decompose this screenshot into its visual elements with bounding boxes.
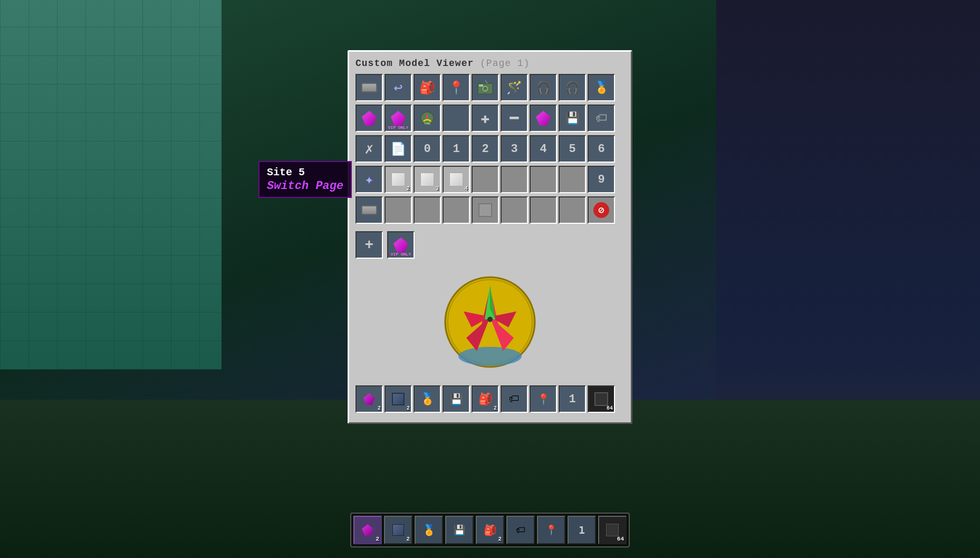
slot-ingot2[interactable]: [356, 196, 383, 224]
slot-headphones[interactable]: 🎧: [530, 74, 557, 101]
inv-grid-row4: ✦ 2 3 4 9: [356, 166, 624, 193]
slot-cancel[interactable]: ⊘: [588, 196, 615, 224]
slot-empty-r4-6[interactable]: [501, 166, 528, 193]
num6-icon: 6: [598, 143, 604, 156]
star-badge-icon: 🏅: [594, 81, 609, 95]
divider: [356, 227, 624, 231]
bg-blocks: [0, 0, 222, 370]
slot-x[interactable]: ✗: [356, 135, 383, 163]
slot-empty-r5-8[interactable]: [559, 196, 586, 224]
white-item3-icon: [420, 173, 434, 186]
slot-headphones2[interactable]: 🎧: [559, 74, 586, 101]
slot-wand[interactable]: 🪄: [501, 74, 528, 101]
slot-empty-r5-2[interactable]: [385, 196, 412, 224]
ingot-icon: [361, 83, 377, 92]
slot-backpack[interactable]: 🎒: [414, 74, 441, 101]
hotbar-slot-star[interactable]: 🏅: [415, 516, 443, 544]
headphones2-icon: 🎧: [565, 81, 580, 95]
add-section: + VIP ONLY: [356, 231, 624, 259]
page-indicator: (Page 1): [480, 58, 530, 69]
slot-gauge[interactable]: TUNE: [414, 105, 441, 132]
slot-radio[interactable]: ♪: [472, 74, 499, 101]
slot-empty-r4-5[interactable]: [472, 166, 499, 193]
num0-icon: 0: [424, 143, 430, 156]
slot-doc[interactable]: 📄: [385, 135, 412, 163]
slot-empty-r5-6[interactable]: [501, 196, 528, 224]
slot-num5[interactable]: 5: [559, 135, 586, 163]
slot-star-badge[interactable]: 🏅: [588, 74, 615, 101]
num4-icon: 4: [540, 143, 546, 156]
player-slot-backpack[interactable]: 🎒 2: [472, 385, 499, 413]
slot-arrow[interactable]: ↩: [385, 74, 412, 101]
inv-grid-row2: VIP ONLY TUNE ✚ ━ 💾 🏷: [356, 105, 624, 132]
hotbar-dark-icon: [606, 524, 619, 536]
slot-white2[interactable]: 2: [385, 166, 412, 193]
ingot2-icon: [361, 205, 377, 215]
player-slot-star[interactable]: 🏅: [414, 385, 441, 413]
hotbar-gem-count: 2: [376, 536, 379, 542]
player-slot-dark[interactable]: 64: [588, 385, 615, 413]
hotbar-slot-save[interactable]: 💾: [445, 516, 474, 544]
slot-empty-r5-7[interactable]: [530, 196, 557, 224]
hotbar-slot-blue[interactable]: 2: [384, 516, 412, 544]
hotbar-slot-backpack[interactable]: 🎒 2: [476, 516, 504, 544]
slot-gem1[interactable]: [356, 105, 383, 132]
hotbar-slot-pin[interactable]: 📍: [537, 516, 565, 544]
slot-num3[interactable]: 3: [501, 135, 528, 163]
backpack-icon: 🎒: [419, 80, 435, 96]
slot-num0[interactable]: 0: [414, 135, 441, 163]
player-backpack-icon: 🎒: [478, 392, 493, 406]
slot-white3[interactable]: 3: [414, 166, 441, 193]
hotbar-slot-tag[interactable]: 🏷: [506, 516, 535, 544]
player-slot-gem[interactable]: 2: [356, 385, 383, 413]
num2-icon: 2: [482, 143, 488, 156]
slot-add-vip[interactable]: VIP ONLY: [387, 231, 415, 259]
doc-icon: 📄: [390, 141, 406, 157]
slot-num6[interactable]: 6: [588, 135, 615, 163]
slot-add-btn[interactable]: +: [356, 231, 383, 259]
slot-cube[interactable]: [472, 196, 499, 224]
player-slot-pin[interactable]: 📍: [530, 385, 557, 413]
slot-empty-blue[interactable]: [443, 105, 470, 132]
slot-plus[interactable]: ✚: [472, 105, 499, 132]
slot-num9[interactable]: 9: [588, 166, 615, 193]
headphones-icon: 🎧: [536, 81, 551, 95]
slot-white4[interactable]: 4: [443, 166, 470, 193]
tag-icon: 🏷: [595, 111, 607, 126]
slot-tag[interactable]: 🏷: [588, 105, 615, 132]
slot-sparkle[interactable]: ✦: [356, 166, 383, 193]
slot-save[interactable]: 💾: [559, 105, 586, 132]
slot-empty-r4-8[interactable]: [559, 166, 586, 193]
slot-empty-r5-3[interactable]: [414, 196, 441, 224]
player-slot-tag[interactable]: 🏷: [501, 385, 528, 413]
player-gem-count: 2: [378, 405, 381, 411]
slot-minus[interactable]: ━: [501, 105, 528, 132]
player-slot-num1[interactable]: 1: [559, 385, 586, 413]
svg-text:♪: ♪: [484, 88, 486, 92]
slot-num1[interactable]: 1: [443, 135, 470, 163]
hotbar-backpack-icon: 🎒: [484, 524, 497, 537]
player-slot-blue[interactable]: 2: [385, 385, 412, 413]
compass-area: [356, 264, 624, 380]
svg-text:TUNE: TUNE: [424, 122, 430, 126]
hotbar-slot-gem[interactable]: 2: [353, 516, 382, 544]
add-plus-icon: +: [365, 237, 374, 253]
count-2: 2: [407, 186, 410, 192]
slot-ingot[interactable]: [356, 74, 383, 101]
slot-num2[interactable]: 2: [472, 135, 499, 163]
player-star-icon: 🏅: [420, 392, 435, 406]
slot-gem2[interactable]: [530, 105, 557, 132]
add-vip-gem-icon: [393, 238, 408, 252]
add-vip-label: VIP ONLY: [391, 252, 411, 257]
hotbar-slot-num1[interactable]: 1: [568, 516, 596, 544]
slot-empty-r4-7[interactable]: [530, 166, 557, 193]
hotbar-slot-dark[interactable]: 64: [598, 516, 627, 544]
hotbar-star-icon: 🏅: [422, 524, 436, 537]
white-item4-icon: [449, 173, 463, 186]
slot-pin[interactable]: 📍: [443, 74, 470, 101]
slot-num4[interactable]: 4: [530, 135, 557, 163]
slot-gem-vip[interactable]: VIP ONLY: [385, 105, 412, 132]
player-slot-save[interactable]: 💾: [443, 385, 470, 413]
slot-empty-r5-4[interactable]: [443, 196, 470, 224]
svg-rect-3: [479, 84, 483, 87]
